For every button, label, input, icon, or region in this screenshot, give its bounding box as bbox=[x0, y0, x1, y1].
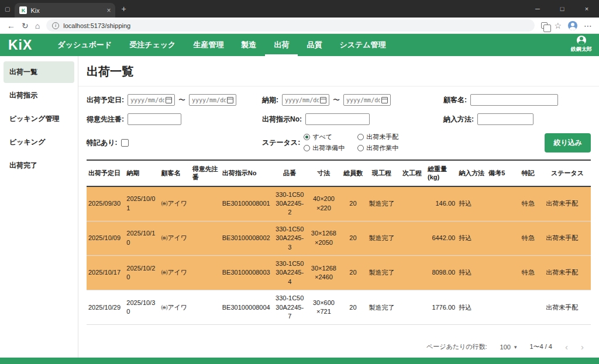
sidebar-item-3[interactable]: ピッキング bbox=[4, 131, 74, 153]
column-header-1[interactable]: 納期 bbox=[125, 160, 159, 186]
ship-date-to-field[interactable] bbox=[192, 97, 226, 103]
sidebar-item-1[interactable]: 出荷指示 bbox=[4, 85, 74, 106]
status-option-label: 出荷未手配 bbox=[366, 133, 398, 141]
special-label: 特記あり: bbox=[87, 138, 118, 148]
range-separator: 〜 bbox=[178, 95, 185, 105]
status-option-3[interactable]: 出荷作業中 bbox=[357, 144, 398, 152]
column-header-9[interactable]: 次工程 bbox=[398, 160, 426, 186]
status-option-1[interactable]: 出荷未手配 bbox=[357, 133, 398, 141]
cell-r1-c0: 2025/10/09 bbox=[87, 221, 125, 255]
close-button[interactable]: × bbox=[574, 0, 599, 18]
calendar-icon[interactable] bbox=[166, 97, 172, 103]
column-header-8[interactable]: 現工程 bbox=[365, 160, 398, 186]
status-option-label: すべて bbox=[312, 133, 332, 141]
site-info-icon[interactable]: i bbox=[52, 22, 59, 29]
customer-input[interactable] bbox=[470, 94, 558, 106]
range-separator: 〜 bbox=[333, 95, 340, 105]
calendar-icon[interactable] bbox=[320, 97, 326, 103]
cell-r1-c13: 特急 bbox=[512, 221, 544, 255]
calendar-icon[interactable] bbox=[227, 97, 233, 103]
main-panel: 出荷一覧 出荷予定日: 〜 納期: bbox=[78, 56, 599, 358]
column-header-7[interactable]: 総員数 bbox=[341, 160, 365, 186]
nav-item-3[interactable]: 製造 bbox=[232, 34, 265, 56]
ship-date-to-input[interactable] bbox=[189, 94, 236, 106]
column-header-2[interactable]: 顧客名 bbox=[160, 160, 191, 186]
table-row-2[interactable]: 2025/10/172025/10/20㈱アイワBE30100008003330… bbox=[87, 255, 591, 290]
nav-item-0[interactable]: ダッシュボード bbox=[49, 34, 121, 56]
ship-date-from-input[interactable] bbox=[128, 94, 175, 106]
due-date-to-input[interactable] bbox=[343, 94, 391, 106]
column-header-14[interactable]: ステータス bbox=[544, 160, 591, 186]
instruction-no-input[interactable] bbox=[305, 113, 370, 125]
cell-r1-c6: 30×1268 ×2050 bbox=[307, 221, 341, 255]
new-tab-icon[interactable]: + bbox=[121, 4, 126, 13]
column-header-11[interactable]: 納入方法 bbox=[457, 160, 487, 186]
cell-r0-c6: 40×200 ×220 bbox=[307, 186, 341, 221]
due-date-from-field[interactable] bbox=[285, 97, 319, 103]
status-option-0[interactable]: すべて bbox=[304, 133, 345, 141]
filter-customer-po: 得意先注番: bbox=[87, 113, 262, 125]
column-header-3[interactable]: 得意先注番 bbox=[191, 160, 221, 186]
radio-icon[interactable] bbox=[357, 134, 364, 140]
special-checkbox[interactable] bbox=[121, 139, 129, 147]
browser-window: ▢ K Kix × + ─ □ × ← ↻ ⌂ i localhost:5173… bbox=[0, 0, 599, 364]
radio-icon[interactable] bbox=[304, 145, 310, 151]
cell-r2-c13: 特急 bbox=[512, 255, 544, 290]
tab-close-icon[interactable]: × bbox=[106, 6, 111, 15]
window-controls: ─ □ × bbox=[525, 0, 599, 18]
minimize-button[interactable]: ─ bbox=[525, 0, 550, 18]
cell-r1-c10: 6442.00 bbox=[426, 221, 457, 255]
cell-r3-c3 bbox=[191, 290, 221, 325]
user-menu[interactable]: 鉄鋼太郎 bbox=[571, 36, 592, 53]
nav-item-6[interactable]: システム管理 bbox=[331, 34, 394, 56]
tab-search-icon[interactable]: ▢ bbox=[5, 6, 10, 12]
nav-item-2[interactable]: 生産管理 bbox=[184, 34, 232, 56]
settings-more-icon[interactable]: ⋯ bbox=[584, 22, 592, 30]
due-date-to-field[interactable] bbox=[346, 97, 380, 103]
next-page-icon[interactable]: › bbox=[581, 342, 584, 351]
nav-item-5[interactable]: 品質 bbox=[298, 34, 331, 56]
sidebar-item-2[interactable]: ピッキング管理 bbox=[4, 108, 74, 130]
url-bar[interactable]: i localhost:5173/shipping bbox=[46, 19, 535, 32]
cell-r3-c4: BE30100008004 bbox=[221, 290, 273, 325]
favorites-star-icon[interactable]: ☆ bbox=[554, 22, 562, 30]
prev-page-icon[interactable]: ‹ bbox=[565, 342, 568, 351]
sidebar-item-4[interactable]: 出荷完了 bbox=[4, 155, 74, 176]
home-icon[interactable]: ⌂ bbox=[35, 22, 40, 30]
customer-po-input[interactable] bbox=[128, 113, 181, 125]
filter-instruction-no: 出荷指示No: bbox=[262, 113, 443, 125]
column-header-4[interactable]: 出荷指示No bbox=[221, 160, 273, 186]
back-icon[interactable]: ← bbox=[7, 22, 15, 30]
rows-per-page-label: ページあたりの行数: bbox=[426, 342, 487, 351]
due-date-from-input[interactable] bbox=[282, 94, 329, 106]
collections-icon[interactable] bbox=[541, 22, 548, 29]
status-option-2[interactable]: 出荷準備中 bbox=[304, 144, 345, 152]
calendar-icon[interactable] bbox=[381, 97, 388, 103]
column-header-10[interactable]: 総重量(kg) bbox=[426, 160, 457, 186]
browser-profile-avatar[interactable] bbox=[568, 21, 577, 30]
nav-item-4[interactable]: 出荷 bbox=[265, 34, 298, 56]
column-header-12[interactable]: 備考5 bbox=[487, 160, 512, 186]
cell-r0-c2: ㈱アイワ bbox=[160, 186, 191, 221]
radio-icon[interactable] bbox=[357, 145, 364, 151]
table-row-1[interactable]: 2025/10/092025/10/10㈱アイワBE30100008002330… bbox=[87, 221, 591, 255]
browser-tab[interactable]: K Kix × bbox=[15, 3, 115, 18]
table-row-3[interactable]: 2025/10/292025/10/30㈱アイワBE30100008004330… bbox=[87, 290, 591, 325]
column-header-13[interactable]: 特記 bbox=[512, 160, 544, 186]
column-header-0[interactable]: 出荷予定日 bbox=[87, 160, 125, 186]
table-row-0[interactable]: 2025/09/302025/10/01㈱アイワBE30100008001330… bbox=[87, 186, 591, 221]
cell-r0-c3 bbox=[191, 186, 221, 221]
radio-icon[interactable] bbox=[304, 134, 310, 140]
ship-date-from-field[interactable] bbox=[130, 97, 164, 103]
delivery-method-input[interactable] bbox=[477, 113, 533, 125]
nav-item-1[interactable]: 受注チェック bbox=[121, 34, 184, 56]
rows-per-page-select[interactable]: 100 ▾ bbox=[500, 344, 517, 351]
app-logo[interactable]: KiX bbox=[8, 37, 32, 53]
maximize-button[interactable]: □ bbox=[550, 0, 574, 18]
cell-r0-c7: 20 bbox=[341, 186, 365, 221]
column-header-6[interactable]: 寸法 bbox=[307, 160, 341, 186]
sidebar-item-0[interactable]: 出荷一覧 bbox=[4, 61, 74, 83]
filter-button[interactable]: 絞り込み bbox=[545, 133, 591, 152]
column-header-5[interactable]: 品番 bbox=[273, 160, 307, 186]
refresh-icon[interactable]: ↻ bbox=[22, 22, 29, 30]
